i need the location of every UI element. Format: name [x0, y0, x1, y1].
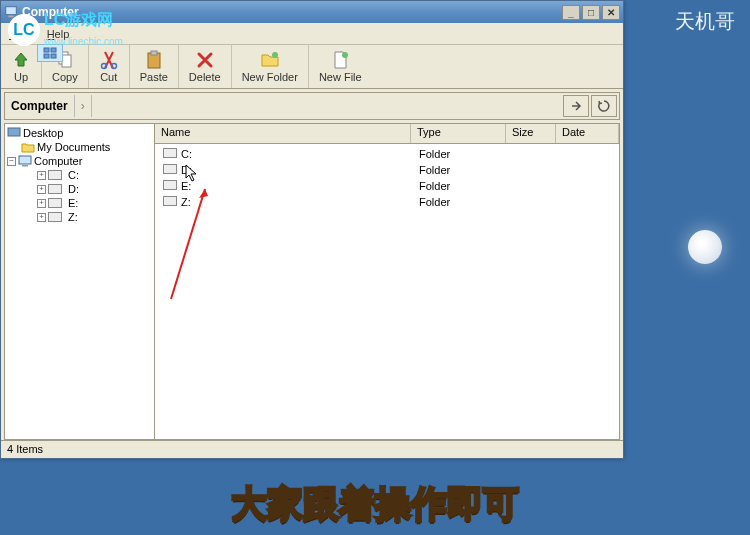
folder-icon [21, 141, 35, 153]
tree-computer[interactable]: − Computer [7, 154, 152, 168]
refresh-icon [597, 99, 611, 113]
statusbar: 4 Items [1, 440, 623, 458]
tree-drive-c[interactable]: + C: [7, 168, 152, 182]
svg-rect-7 [62, 55, 71, 67]
close-button[interactable]: ✕ [602, 5, 620, 20]
up-button[interactable]: Up [1, 45, 42, 88]
video-caption: 大家跟着操作即可 [231, 480, 519, 529]
tree-drive-e[interactable]: + E: [7, 196, 152, 210]
svg-rect-15 [19, 156, 31, 164]
address-chevron[interactable]: › [75, 95, 92, 117]
address-segment[interactable]: Computer [5, 95, 75, 117]
delete-icon [195, 50, 215, 70]
list-header: Name Type Size Date [155, 124, 619, 144]
tree-mydocs[interactable]: My Documents [7, 140, 152, 154]
svg-point-8 [101, 64, 106, 69]
watermark-text: LC游戏网 www.linechic.com [44, 10, 123, 49]
file-explorer-window: Computer _ □ ✕ View Help Up Copy Cut Pas… [0, 0, 624, 459]
expand-icon[interactable]: + [37, 199, 46, 208]
toolbar: Up Copy Cut Paste Delete New Folder New … [1, 45, 623, 89]
col-date[interactable]: Date [556, 124, 619, 143]
list-item[interactable]: Z: Folder [157, 194, 617, 210]
expand-icon[interactable]: + [37, 171, 46, 180]
tree-desktop[interactable]: Desktop [7, 126, 152, 140]
svg-point-13 [342, 52, 348, 58]
svg-rect-16 [22, 165, 28, 167]
go-icon [569, 99, 583, 113]
col-name[interactable]: Name [155, 124, 411, 143]
drive-icon [163, 180, 177, 190]
cut-button[interactable]: Cut [89, 45, 130, 88]
refresh-button[interactable] [591, 95, 617, 117]
newfile-button[interactable]: New File [309, 45, 372, 88]
list-item[interactable]: E: Folder [157, 178, 617, 194]
expand-icon[interactable]: + [37, 213, 46, 222]
drive-icon [48, 212, 62, 222]
content-area: Desktop My Documents − Computer + C: + D… [4, 123, 620, 440]
tree-panel: Desktop My Documents − Computer + C: + D… [5, 124, 155, 439]
minimize-button[interactable]: _ [562, 5, 580, 20]
drive-icon [48, 170, 62, 180]
folder-new-icon [260, 50, 280, 70]
maximize-button[interactable]: □ [582, 5, 600, 20]
col-type[interactable]: Type [411, 124, 506, 143]
watermark: LC LC游戏网 www.linechic.com [8, 10, 123, 49]
drive-icon [163, 196, 177, 206]
col-size[interactable]: Size [506, 124, 556, 143]
paste-icon [144, 50, 164, 70]
collapse-icon[interactable]: − [7, 157, 16, 166]
author-label: 天机哥 [675, 8, 735, 35]
drive-icon [48, 184, 62, 194]
go-button[interactable] [563, 95, 589, 117]
svg-point-9 [111, 64, 116, 69]
watermark-logo: LC [8, 14, 40, 46]
svg-rect-11 [151, 51, 157, 55]
drive-icon [48, 198, 62, 208]
tree-drive-d[interactable]: + D: [7, 182, 152, 196]
drive-icon [163, 148, 177, 158]
paste-button[interactable]: Paste [130, 45, 179, 88]
file-new-icon [330, 50, 350, 70]
newfolder-button[interactable]: New Folder [232, 45, 309, 88]
svg-rect-14 [8, 128, 20, 136]
svg-rect-5 [51, 54, 56, 58]
moon-graphic [688, 230, 722, 264]
up-icon [11, 50, 31, 70]
list-rows: C: Folder D: Folder E: Folder Z: Folder [155, 144, 619, 212]
drive-icon [163, 164, 177, 174]
svg-point-12 [272, 52, 278, 58]
delete-button[interactable]: Delete [179, 45, 232, 88]
addressbar: Computer › [4, 92, 620, 120]
list-panel: Name Type Size Date C: Folder D: Folder … [155, 124, 619, 439]
list-item[interactable]: D: Folder [157, 162, 617, 178]
svg-rect-4 [44, 54, 49, 58]
desktop-icon [7, 127, 21, 139]
computer-icon [18, 155, 32, 167]
tree-drive-z[interactable]: + Z: [7, 210, 152, 224]
expand-icon[interactable]: + [37, 185, 46, 194]
cut-icon [99, 50, 119, 70]
list-item[interactable]: C: Folder [157, 146, 617, 162]
